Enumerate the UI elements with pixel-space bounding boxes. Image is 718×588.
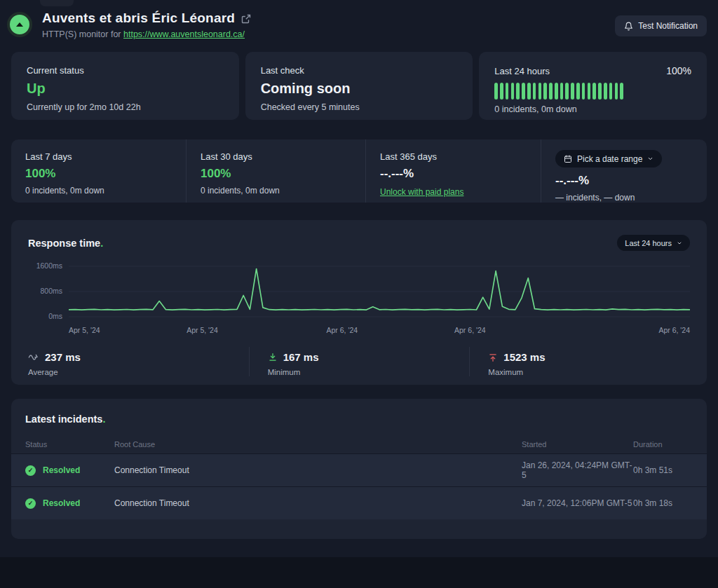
uptime-bar [598, 83, 602, 100]
cutoff-element [40, 0, 74, 6]
incident-row: ✓ResolvedConnection TimeoutJan 7, 2024, … [11, 486, 707, 519]
unlock-paid-plans-link[interactable]: Unlock with paid plans [380, 187, 463, 197]
uptime-bar [604, 83, 607, 100]
uptime-bar [576, 83, 580, 100]
minimum-stat: 167 ms Minimum [249, 347, 470, 376]
test-notification-label: Test Notification [638, 21, 698, 31]
uptime-bar [538, 83, 542, 100]
uptime-bar [533, 83, 536, 100]
column-root-cause: Root Cause [114, 440, 522, 449]
latest-incidents-title: Latest incidents. [25, 413, 707, 425]
uptime-bar [543, 83, 547, 100]
minimum-value: 167 ms [283, 351, 319, 363]
y-tick-1600: 1600ms [36, 261, 62, 270]
chart-range-label: Last 24 hours [625, 239, 672, 247]
chart-range-selector[interactable]: Last 24 hours [617, 235, 690, 251]
current-status-card: Current status Up Currently up for 2mo 1… [11, 52, 239, 120]
pick-date-range-button[interactable]: Pick a date range [555, 150, 662, 167]
last-30-days-label: Last 30 days [201, 151, 351, 162]
check-circle-icon: ✓ [25, 465, 36, 476]
uptime-bar [527, 83, 531, 100]
maximum-stat: 1523 ms Maximum [469, 347, 690, 376]
incident-duration: 0h 3m 18s [633, 498, 693, 508]
monitor-url-link[interactable]: https://www.auventsleonard.ca/ [123, 29, 245, 39]
status-page: Auvents et abris Éric Léonard HTTP(S) mo… [0, 0, 718, 557]
uptime-bar [506, 83, 509, 100]
incident-root-cause: Connection Timeout [114, 498, 522, 508]
uptime-bar [560, 83, 564, 100]
column-status: Status [25, 440, 114, 449]
uptime-bar [615, 83, 618, 100]
external-link-icon[interactable] [241, 14, 251, 24]
column-duration: Duration [633, 440, 693, 449]
uptime-bar [620, 83, 623, 100]
last-24h-percent: 100% [666, 65, 691, 76]
monitor-header: Auvents et abris Éric Léonard HTTP(S) mo… [7, 11, 707, 39]
last-365-days-label: Last 365 days [380, 151, 527, 162]
chevron-down-icon [677, 240, 682, 246]
date-range-value: --.---% [555, 174, 693, 188]
uptime-bar [555, 83, 558, 100]
incident-row: ✓ResolvedConnection TimeoutJan 26, 2024,… [11, 453, 707, 486]
subtitle-text: HTTP(S) monitor for [42, 29, 121, 39]
uptime-bar [522, 83, 525, 100]
response-time-title: Response time. [28, 238, 103, 249]
check-circle-icon: ✓ [25, 498, 36, 509]
up-arrow-icon [16, 22, 23, 27]
last-24h-card: Last 24 hours 100% 0 incidents, 0m down [479, 52, 707, 120]
incident-status: Resolved [43, 465, 80, 475]
uptime-bar [609, 83, 613, 100]
date-range-column: Pick a date range --.---% — incidents, —… [541, 139, 707, 203]
response-time-line-chart [69, 261, 690, 324]
last-7-days-description: 0 incidents, 0m down [25, 186, 172, 196]
last-check-description: Checked every 5 minutes [261, 102, 458, 112]
last-30-days-value: 100% [201, 167, 351, 181]
maximum-icon [488, 353, 498, 362]
incident-duration: 0h 3m 51s [633, 465, 693, 475]
last-24h-description: 0 incidents, 0m down [494, 104, 691, 114]
x-tick: Apr 6, '24 [454, 326, 486, 334]
uptime-bar [565, 83, 569, 100]
x-tick: Apr 6, '24 [327, 326, 358, 334]
current-status-description: Currently up for 2mo 10d 22h [27, 102, 224, 112]
last-30-days-column: Last 30 days 100% 0 incidents, 0m down [186, 139, 365, 203]
maximum-label: Maximum [488, 368, 690, 376]
last-check-card: Last check Coming soon Checked every 5 m… [245, 52, 473, 120]
uptime-ranges-card: Last 7 days 100% 0 incidents, 0m down La… [11, 139, 707, 203]
uptime-bars [494, 83, 691, 100]
last-365-days-column: Last 365 days --.---% Unlock with paid p… [365, 139, 541, 203]
x-tick: Apr 5, '24 [69, 326, 100, 334]
maximum-value: 1523 ms [503, 351, 545, 363]
last-7-days-value: 100% [25, 167, 172, 181]
monitor-subtitle: HTTP(S) monitor for https://www.auventsl… [42, 29, 615, 39]
uptime-bar [592, 83, 596, 100]
pick-date-range-label: Pick a date range [577, 154, 642, 164]
incident-root-cause: Connection Timeout [114, 465, 522, 475]
minimum-icon [268, 353, 278, 362]
column-started: Started [522, 440, 633, 449]
incident-started: Jan 7, 2024, 12:06PM GMT-5 [522, 498, 633, 508]
incident-started: Jan 26, 2024, 04:24PM GMT-5 [522, 460, 633, 480]
last-7-days-column: Last 7 days 100% 0 incidents, 0m down [11, 139, 186, 203]
incident-rows: ✓ResolvedConnection TimeoutJan 26, 2024,… [11, 453, 707, 519]
incident-status: Resolved [43, 498, 80, 508]
date-range-description: — incidents, — down [555, 193, 693, 203]
y-tick-0: 0ms [48, 312, 62, 320]
uptime-bar [549, 83, 553, 100]
bell-icon [624, 22, 633, 31]
x-tick: Apr 5, '24 [187, 326, 218, 334]
current-status-label: Current status [27, 65, 224, 76]
uptime-bar [516, 83, 520, 100]
minimum-label: Minimum [268, 368, 470, 376]
response-time-chart: 1600ms 800ms 0ms [28, 261, 690, 324]
current-status-value: Up [27, 81, 224, 97]
response-time-card: Response time. Last 24 hours 1600ms 800m… [11, 220, 707, 385]
average-label: Average [28, 368, 249, 376]
monitor-status-avatar [7, 12, 32, 37]
x-tick: Apr 6, '24 [658, 326, 690, 334]
uptime-bar [571, 83, 574, 100]
test-notification-button[interactable]: Test Notification [615, 15, 707, 36]
uptime-bar [511, 83, 515, 100]
average-value: 237 ms [45, 351, 81, 363]
incidents-table-header: Status Root Cause Started Duration [11, 435, 707, 453]
